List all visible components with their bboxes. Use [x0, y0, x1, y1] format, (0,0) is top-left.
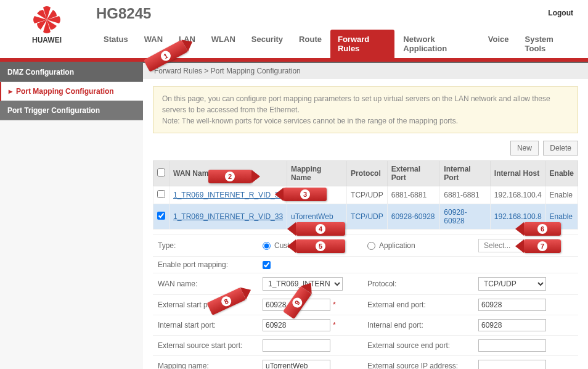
row-checkbox[interactable] — [157, 190, 165, 198]
nav-wan[interactable]: WAN — [137, 30, 170, 58]
nav-status[interactable]: Status — [96, 30, 136, 58]
brand-logo: HUAWEI — [10, 5, 84, 44]
nav-system-tools[interactable]: System Tools — [518, 30, 578, 58]
nav-voice[interactable]: Voice — [481, 30, 517, 58]
table-header: WAN Name — [169, 161, 287, 186]
sidebar-item-port-mapping-configuration[interactable]: ▸Port Mapping Configuration — [0, 82, 143, 101]
table-header: Mapping Name — [287, 161, 347, 186]
table-header: Internal Host — [490, 161, 545, 186]
logout-link[interactable]: Logout — [548, 9, 573, 17]
wan-link[interactable]: 1_TR069_INTERNET_R_VID_33 — [173, 212, 283, 221]
protocol-label: Protocol: — [362, 273, 473, 294]
help-line1: On this page, you can configure port map… — [162, 93, 569, 115]
wan-link[interactable]: 1_TR069_INTERNET_R_VID_33 — [173, 191, 283, 199]
application-select[interactable]: Select... — [478, 239, 558, 252]
sidebar-item-port-trigger-configuration[interactable]: Port Trigger Configuration — [0, 101, 143, 120]
select-all-checkbox[interactable] — [157, 168, 165, 176]
ext-src-start-input[interactable] — [263, 339, 330, 352]
nav-security[interactable]: Security — [244, 30, 290, 58]
mapping-name-input[interactable] — [263, 360, 330, 369]
type-custom-text: Custom — [274, 241, 300, 250]
breadcrumb: Forward Rules > Port Mapping Configurati… — [143, 63, 588, 79]
protocol-select[interactable]: TCP/UDP — [478, 277, 546, 291]
mapping-form: Type: Custom Application Select... Enabl… — [153, 234, 578, 369]
nav-forward-rules[interactable]: Forward Rules — [330, 30, 394, 58]
help-box: On this page, you can configure port map… — [153, 86, 578, 133]
ext-end-input[interactable] — [478, 299, 546, 311]
new-button[interactable]: New — [510, 141, 539, 155]
nav-lan[interactable]: LAN — [171, 30, 203, 58]
mapping-name-label: Mapping name: — [153, 355, 258, 369]
ext-src-ip-input[interactable] — [478, 360, 546, 369]
huawei-icon — [32, 5, 62, 35]
main-nav: StatusWANLANWLANSecurityRouteForward Rul… — [96, 30, 578, 58]
table-row[interactable]: 1_TR069_INTERNET_R_VID_33uTorrentWebTCP/… — [153, 204, 578, 230]
type-app-text: Application — [379, 241, 415, 250]
int-start-input[interactable] — [263, 319, 330, 331]
nav-wlan[interactable]: WLAN — [204, 30, 243, 58]
table-header — [153, 161, 169, 186]
table-row[interactable]: 1_TR069_INTERNET_R_VID_33uTorrentTCP/UDP… — [153, 186, 578, 204]
sidebar-item-dmz-configuration[interactable]: DMZ Configuration — [0, 63, 143, 82]
ext-start-input[interactable] — [263, 299, 330, 311]
nav-route[interactable]: Route — [292, 30, 329, 58]
sidebar: DMZ Configuration▸Port Mapping Configura… — [0, 63, 143, 369]
row-checkbox[interactable] — [157, 212, 165, 220]
int-end-label: Internal end port: — [362, 315, 473, 335]
type-application-radio[interactable] — [367, 242, 375, 250]
ext-start-label: External start port: — [153, 294, 258, 315]
nav-network-application[interactable]: Network Application — [396, 30, 480, 58]
ext-src-start-label: External source start port: — [153, 335, 258, 355]
ext-src-end-input[interactable] — [478, 339, 546, 352]
mapping-table: WAN NameMapping NameProtocolExternal Por… — [153, 160, 578, 230]
wan-name-label: WAN name: — [153, 273, 258, 294]
wan-name-select[interactable]: 1_TR069_INTERNET_R_VID_33 — [263, 277, 343, 291]
help-line2: Note: The well-known ports for voice ser… — [162, 115, 569, 126]
type-custom-radio[interactable] — [263, 242, 271, 250]
table-header: Internal Port — [440, 161, 491, 186]
int-start-label: Internal start port: — [153, 315, 258, 335]
enable-checkbox[interactable] — [263, 261, 271, 269]
model-title: HG8245 — [96, 5, 578, 22]
ext-end-label: External end port: — [362, 294, 473, 315]
table-header: Enable — [545, 161, 578, 186]
ext-src-ip-label: External source IP address: — [362, 355, 473, 369]
enable-label: Enable port mapping: — [153, 256, 258, 273]
table-header: Protocol — [347, 161, 388, 186]
ext-src-end-label: External source end port: — [362, 335, 473, 355]
type-label: Type: — [153, 234, 258, 256]
delete-button[interactable]: Delete — [543, 141, 578, 155]
brand-text: HUAWEI — [32, 36, 62, 44]
int-end-input[interactable] — [478, 319, 546, 331]
table-header: External Port — [387, 161, 440, 186]
